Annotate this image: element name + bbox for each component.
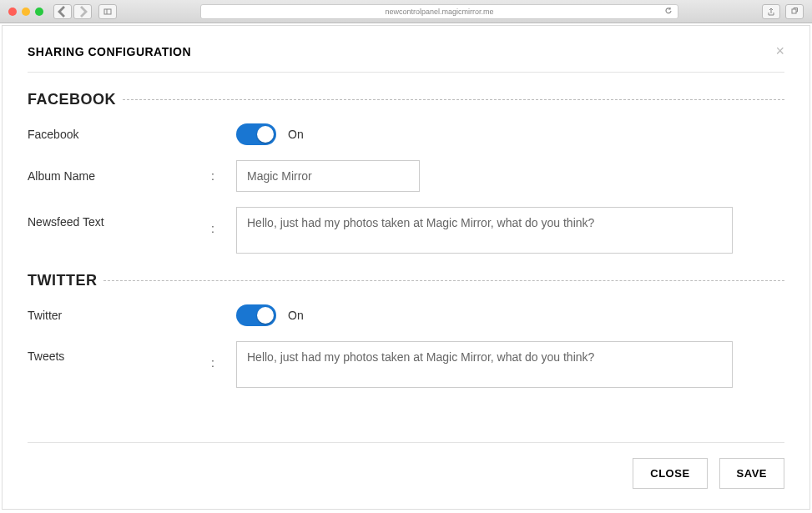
share-icon [767,8,775,16]
newsfeed-text-row: Newsfeed Text : Hello, just had my photo… [28,207,784,254]
window-close-icon[interactable] [8,8,17,16]
browser-toolbar: newcontrolpanel.magicmirror.me [0,0,812,23]
chevron-left-icon [54,3,71,20]
window-zoom-icon[interactable] [35,8,43,16]
tweets-row: Tweets : Hello, just had my photos taken… [28,341,784,388]
nav-buttons [53,4,92,19]
twitter-heading: TWITTER [28,272,784,289]
modal: SHARING CONFIGURATION × FACEBOOK Faceboo… [2,25,810,510]
modal-header: SHARING CONFIGURATION × [28,43,784,73]
share-button[interactable] [762,4,780,19]
album-name-row: Album Name : [28,160,784,192]
forward-button[interactable] [73,4,92,19]
tabs-button[interactable] [785,4,804,19]
facebook-toggle[interactable] [236,123,276,145]
tabs-icon [790,8,799,16]
newsfeed-text-label: Newsfeed Text [28,207,211,229]
facebook-section: FACEBOOK Facebook On Album Name : Newsfe… [28,91,784,254]
facebook-heading: FACEBOOK [28,91,784,108]
url-text: newcontrolpanel.magicmirror.me [385,8,493,16]
close-icon[interactable]: × [775,43,784,60]
facebook-toggle-state: On [288,128,304,141]
tweets-input[interactable]: Hello, just had my photos taken at Magic… [236,341,733,388]
facebook-heading-text: FACEBOOK [28,91,116,108]
newsfeed-text-input[interactable]: Hello, just had my photos taken at Magic… [236,207,733,254]
save-button[interactable]: SAVE [719,458,784,489]
twitter-toggle[interactable] [236,304,276,326]
facebook-toggle-label: Facebook [28,128,211,141]
toolbar-right [762,4,804,19]
facebook-toggle-row: Facebook On [28,123,784,145]
chevron-right-icon [74,3,91,20]
url-bar[interactable]: newcontrolpanel.magicmirror.me [200,4,678,19]
window-minimize-icon[interactable] [22,8,30,16]
back-button[interactable] [53,4,72,19]
divider-dashes [123,99,784,100]
svg-rect-2 [792,9,796,13]
divider-dashes [103,280,784,281]
colon: : [211,169,236,183]
tweets-label: Tweets [28,341,211,363]
twitter-toggle-state: On [288,309,304,322]
panel-icon [103,8,112,16]
twitter-heading-text: TWITTER [28,272,97,289]
svg-rect-0 [104,9,111,14]
modal-title: SHARING CONFIGURATION [28,45,191,58]
twitter-toggle-label: Twitter [28,309,211,322]
window-controls [8,8,43,16]
close-button[interactable]: CLOSE [633,458,707,489]
twitter-section: TWITTER Twitter On Tweets : Hello, just … [28,272,784,388]
album-name-input[interactable] [236,160,420,192]
sidebar-toggle-button[interactable] [98,4,117,19]
modal-footer: CLOSE SAVE [28,442,784,489]
album-name-label: Album Name [28,169,211,183]
refresh-icon[interactable] [664,7,673,17]
twitter-toggle-row: Twitter On [28,304,784,326]
colon: : [211,207,236,235]
colon: : [211,341,236,370]
